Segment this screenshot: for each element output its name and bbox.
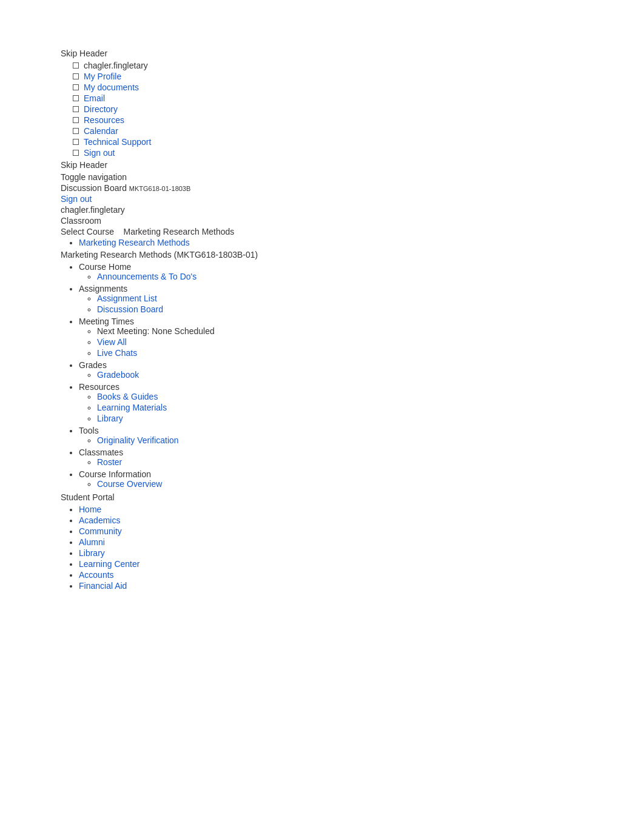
portal-accounts-link[interactable]: Accounts xyxy=(79,570,114,580)
live-chats-link[interactable]: Live Chats xyxy=(97,348,137,358)
my-profile-link[interactable]: My Profile xyxy=(84,72,121,81)
portal-community-item[interactable]: Community xyxy=(79,526,595,536)
portal-library-link[interactable]: Library xyxy=(79,548,105,558)
discussion-board-label: Discussion Board xyxy=(61,183,127,193)
discussion-board-item[interactable]: Discussion Board xyxy=(97,304,595,314)
portal-financial-aid-item[interactable]: Financial Aid xyxy=(79,581,595,591)
nav-item-email[interactable]: Email xyxy=(73,93,595,103)
select-course-line: Select Course Marketing Research Methods xyxy=(61,227,595,236)
course-overview-item[interactable]: Course Overview xyxy=(97,479,595,489)
nav-item-username: chagler.fingletary xyxy=(73,61,595,70)
email-link[interactable]: Email xyxy=(84,93,105,103)
portal-community-link[interactable]: Community xyxy=(79,526,122,536)
course-overview-link[interactable]: Course Overview xyxy=(97,479,162,489)
my-documents-link[interactable]: My documents xyxy=(84,82,139,92)
portal-financial-aid-link[interactable]: Financial Aid xyxy=(79,581,127,591)
nav-classmates: Classmates Roster xyxy=(79,448,595,467)
library-item[interactable]: Library xyxy=(97,414,595,423)
discussion-board-header: Discussion Board MKTG618-01-1803B xyxy=(61,183,595,193)
student-portal-label: Student Portal xyxy=(61,492,595,502)
view-all-item[interactable]: View All xyxy=(97,337,595,347)
bullet-icon xyxy=(73,95,79,101)
portal-learning-center-link[interactable]: Learning Center xyxy=(79,559,139,569)
nav-item-myprofile[interactable]: My Profile xyxy=(73,72,595,81)
tools-label: Tools xyxy=(79,426,99,435)
nav-course-information: Course Information Course Overview xyxy=(79,469,595,489)
nav-tools: Tools Originality Verification xyxy=(79,426,595,445)
books-guides-item[interactable]: Books & Guides xyxy=(97,392,595,401)
nav-item-resources[interactable]: Resources xyxy=(73,115,595,125)
tools-subnav: Originality Verification xyxy=(97,435,595,445)
discussion-board-link[interactable]: Discussion Board xyxy=(97,304,163,314)
portal-alumni-link[interactable]: Alumni xyxy=(79,537,105,547)
course-code-text: MKTG618-01-1803B xyxy=(129,185,191,192)
gradebook-item[interactable]: Gradebook xyxy=(97,370,595,380)
sign-out-top-link[interactable]: Sign out xyxy=(61,194,595,204)
course-home-label: Course Home xyxy=(79,262,131,272)
bullet-icon xyxy=(73,139,79,145)
portal-home-link[interactable]: Home xyxy=(79,505,101,514)
live-chats-item[interactable]: Live Chats xyxy=(97,348,595,358)
course-information-subnav: Course Overview xyxy=(97,479,595,489)
bullet-icon xyxy=(73,117,79,123)
portal-accounts-item[interactable]: Accounts xyxy=(79,570,595,580)
calendar-link[interactable]: Calendar xyxy=(84,126,118,136)
originality-verification-link[interactable]: Originality Verification xyxy=(97,435,179,445)
roster-item[interactable]: Roster xyxy=(97,457,595,467)
assignments-subnav: Assignment List Discussion Board xyxy=(97,293,595,314)
nav-grades: Grades Gradebook xyxy=(79,360,595,380)
skip-header-1: Skip Header xyxy=(61,49,595,58)
nav-item-mydocuments[interactable]: My documents xyxy=(73,82,595,92)
learning-materials-item[interactable]: Learning Materials xyxy=(97,403,595,412)
bullet-icon xyxy=(73,128,79,134)
announcements-todo-item[interactable]: Announcements & To Do's xyxy=(97,272,595,281)
view-all-link[interactable]: View All xyxy=(97,337,127,347)
nav-assignments: Assignments Assignment List Discussion B… xyxy=(79,284,595,314)
next-meeting-text: Next Meeting: None Scheduled xyxy=(97,326,215,336)
portal-alumni-item[interactable]: Alumni xyxy=(79,537,595,547)
nav-item-directory[interactable]: Directory xyxy=(73,104,595,114)
portal-learning-center-item[interactable]: Learning Center xyxy=(79,559,595,569)
username-display: chagler.fingletary xyxy=(61,205,595,215)
nav-resources: Resources Books & Guides Learning Materi… xyxy=(79,382,595,423)
books-guides-link[interactable]: Books & Guides xyxy=(97,392,158,401)
user-nav-list: chagler.fingletary My Profile My documen… xyxy=(73,61,595,158)
course-link-item[interactable]: Marketing Research Methods xyxy=(79,238,595,247)
skip-header-2: Skip Header xyxy=(61,160,595,170)
learning-materials-link[interactable]: Learning Materials xyxy=(97,403,167,412)
portal-home-item[interactable]: Home xyxy=(79,505,595,514)
gradebook-link[interactable]: Gradebook xyxy=(97,370,139,380)
portal-academics-item[interactable]: Academics xyxy=(79,515,595,525)
originality-verification-item[interactable]: Originality Verification xyxy=(97,435,595,445)
assignment-list-item[interactable]: Assignment List xyxy=(97,293,595,303)
library-link[interactable]: Library xyxy=(97,414,123,423)
bullet-icon xyxy=(73,73,79,79)
technical-support-link[interactable]: Technical Support xyxy=(84,137,151,147)
resources-label: Resources xyxy=(79,382,119,392)
nav-meeting-times: Meeting Times Next Meeting: None Schedul… xyxy=(79,317,595,358)
nav-item-signout[interactable]: Sign out xyxy=(73,148,595,158)
announcements-todo-link[interactable]: Announcements & To Do's xyxy=(97,272,196,281)
portal-academics-link[interactable]: Academics xyxy=(79,515,120,525)
resources-subnav: Books & Guides Learning Materials Librar… xyxy=(97,392,595,423)
directory-link[interactable]: Directory xyxy=(84,104,118,114)
bullet-icon xyxy=(73,84,79,90)
resources-link[interactable]: Resources xyxy=(84,115,124,125)
sign-out-nav-link[interactable]: Sign out xyxy=(84,148,115,158)
marketing-research-methods-link[interactable]: Marketing Research Methods xyxy=(79,238,190,247)
nav-item-technical-support[interactable]: Technical Support xyxy=(73,137,595,147)
meeting-times-subnav: Next Meeting: None Scheduled View All Li… xyxy=(97,326,595,358)
nav-item-calendar[interactable]: Calendar xyxy=(73,126,595,136)
grades-subnav: Gradebook xyxy=(97,370,595,380)
course-nav-list: Course Home Announcements & To Do's Assi… xyxy=(79,262,595,489)
course-title: Marketing Research Methods (MKTG618-1803… xyxy=(61,250,595,260)
assignment-list-link[interactable]: Assignment List xyxy=(97,293,157,303)
roster-link[interactable]: Roster xyxy=(97,457,122,467)
course-information-label: Course Information xyxy=(79,469,151,479)
course-select-list: Marketing Research Methods xyxy=(79,238,595,247)
classmates-label: Classmates xyxy=(79,448,123,457)
toggle-navigation[interactable]: Toggle navigation xyxy=(61,172,595,182)
portal-library-item[interactable]: Library xyxy=(79,548,595,558)
select-course-label: Select Course xyxy=(61,227,114,236)
student-portal-list: Home Academics Community Alumni Library … xyxy=(79,505,595,591)
